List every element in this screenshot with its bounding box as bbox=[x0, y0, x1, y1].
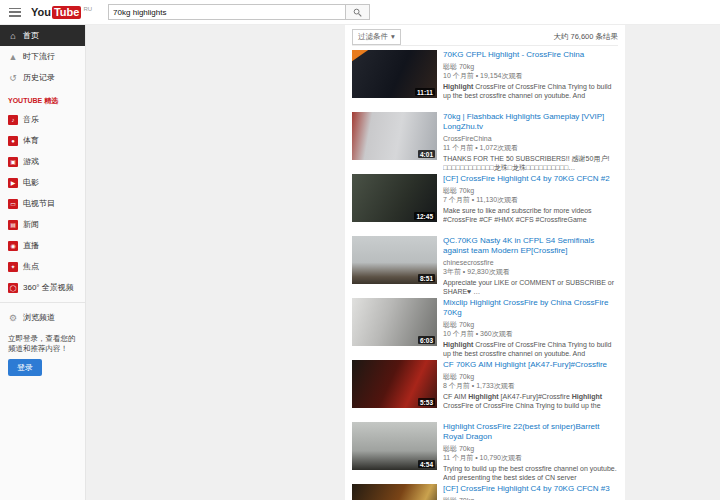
logo-you-text: You bbox=[31, 6, 51, 19]
video-result-row: 12:45 [CF] CrossFire Highlight C4 by 70K… bbox=[352, 174, 618, 222]
video-title-link[interactable]: 70kg | Flashback Highlights Gameplay [VV… bbox=[443, 112, 618, 132]
results-header: 过滤条件 ▾ 大约 76,600 条结果 bbox=[352, 28, 618, 46]
video-result-row: 8:51 QC.70KG Nasty 4K in CFPL S4 Semifin… bbox=[352, 236, 618, 284]
video-title-link[interactable]: CF 70KG AIM Highlight [AK47-Fury]#Crossf… bbox=[443, 360, 618, 370]
search-input[interactable] bbox=[108, 4, 346, 20]
sidebar-item-sports[interactable]: ● 体育 bbox=[0, 130, 85, 151]
sidebar-item-label: 360° 全景视频 bbox=[23, 282, 74, 293]
duration-badge: 8:51 bbox=[418, 274, 435, 282]
sidebar-item-label: 游戏 bbox=[23, 156, 39, 167]
duration-badge: 6:03 bbox=[418, 336, 435, 344]
video-description: CF AIM Highlight [AK47-Fury]#Crossfire H… bbox=[443, 392, 618, 410]
home-icon: ⌂ bbox=[8, 31, 18, 41]
filter-button[interactable]: 过滤条件 ▾ bbox=[352, 29, 401, 45]
sidebar-item-label: 音乐 bbox=[23, 114, 39, 125]
search-bar bbox=[108, 4, 370, 20]
video-meta: 10 个月前 • 360次观看 bbox=[443, 329, 618, 338]
channel-link[interactable]: 聪聪 70kg bbox=[443, 62, 618, 71]
video-result-row: 11:11 70KG CFPL Highlight - CrossFire Ch… bbox=[352, 50, 618, 98]
sidebar-item-trending[interactable]: ▲ 时下流行 bbox=[0, 46, 85, 67]
sidebar-item-news[interactable]: ▤ 新闻 bbox=[0, 214, 85, 235]
sidebar-item-music[interactable]: ♪ 音乐 bbox=[0, 109, 85, 130]
video-result-row: 4:01 70kg | Flashback Highlights Gamepla… bbox=[352, 112, 618, 160]
video-result-row: 6:03 Mixclip Highlight CrossFire by Chin… bbox=[352, 298, 618, 346]
tv-shows-icon: ▭ bbox=[8, 199, 18, 209]
region-badge: RU bbox=[83, 6, 92, 13]
video-title-link[interactable]: 70KG CFPL Highlight - CrossFire China bbox=[443, 50, 618, 60]
sidebar-item-label: 首页 bbox=[23, 30, 39, 41]
video-description: Trying to build up the best crossfire ch… bbox=[443, 464, 618, 482]
video-description: Appreciate your LIKE or COMMENT or SUBSC… bbox=[443, 278, 618, 296]
browse-channels-icon: ⚙ bbox=[8, 313, 18, 323]
video-result-row: 4:54 Highlight CrossFire 22(best of snip… bbox=[352, 422, 618, 470]
video-description: Highlight CrossFire of CrossFire China T… bbox=[443, 340, 618, 358]
sidebar-item-360-video[interactable]: ◯ 360° 全景视频 bbox=[0, 277, 85, 298]
video-description: THANKS FOR THE 50 SUBSCRIBERS!! 感谢50用户! … bbox=[443, 154, 618, 172]
duration-badge: 4:54 bbox=[418, 460, 435, 468]
top-bar: You Tube RU bbox=[0, 0, 720, 25]
sidebar-item-label: 直播 bbox=[23, 240, 39, 251]
sidebar-item-label: 新闻 bbox=[23, 219, 39, 230]
logo-tube-text: Tube bbox=[52, 6, 81, 19]
sidebar-item-browse-channels[interactable]: ⚙ 浏览频道 bbox=[0, 307, 85, 328]
sidebar-item-spotlight[interactable]: ✦ 焦点 bbox=[0, 256, 85, 277]
signin-promo-text: 立即登录，查看您的频道和推荐内容！ bbox=[0, 328, 85, 359]
video-result-row: 5:53 CF 70KG AIM Highlight [AK47-Fury]#C… bbox=[352, 360, 618, 408]
channel-link[interactable]: CrossFireChina bbox=[443, 134, 618, 143]
movies-icon: ▶ bbox=[8, 178, 18, 188]
best-of-youtube-heading: YOUTUBE 精选 bbox=[0, 88, 85, 109]
video-title-link[interactable]: [CF] CrossFire Highlight C4 by 70KG CFCN… bbox=[443, 484, 618, 494]
sidebar-item-label: 时下流行 bbox=[23, 51, 55, 62]
sidebar-divider bbox=[0, 302, 85, 303]
video-thumbnail[interactable]: 8:51 bbox=[352, 236, 437, 284]
news-icon: ▤ bbox=[8, 220, 18, 230]
channel-link[interactable]: 聪聪 70kg bbox=[443, 320, 618, 329]
live-icon: ◉ bbox=[8, 241, 18, 251]
video-thumbnail[interactable]: 12:45 bbox=[352, 174, 437, 222]
sidebar: ⌂ 首页 ▲ 时下流行 ↺ 历史记录 YOUTUBE 精选 ♪ 音乐 ● 体育 … bbox=[0, 25, 86, 500]
video-thumbnail[interactable]: 5:53 bbox=[352, 360, 437, 408]
video-thumbnail[interactable] bbox=[352, 484, 437, 500]
video-meta: 10 个月前 • 19,154次观看 bbox=[443, 71, 618, 80]
search-button[interactable] bbox=[346, 4, 370, 20]
sidebar-item-home[interactable]: ⌂ 首页 bbox=[0, 25, 85, 46]
duration-badge: 11:11 bbox=[415, 88, 435, 96]
360-video-icon: ◯ bbox=[8, 283, 18, 293]
sidebar-item-movies[interactable]: ▶ 电影 bbox=[0, 172, 85, 193]
sidebar-item-gaming[interactable]: ▣ 游戏 bbox=[0, 151, 85, 172]
channel-link[interactable]: 聪聪 70kg bbox=[443, 444, 618, 453]
sidebar-item-live[interactable]: ◉ 直播 bbox=[0, 235, 85, 256]
channel-link[interactable]: 聪聪 70kg bbox=[443, 496, 618, 500]
video-description: Highlight CrossFire of CrossFire China T… bbox=[443, 82, 618, 100]
sidebar-item-tv-shows[interactable]: ▭ 电视节目 bbox=[0, 193, 85, 214]
video-title-link[interactable]: Highlight CrossFire 22(best of sniper)Ba… bbox=[443, 422, 618, 442]
youtube-logo[interactable]: You Tube RU bbox=[31, 6, 92, 19]
menu-icon[interactable] bbox=[9, 8, 21, 17]
video-meta: 3年前 • 92,830次观看 bbox=[443, 267, 618, 276]
results-count: 大约 76,600 条结果 bbox=[553, 32, 618, 42]
video-meta: 8 个月前 • 1,733次观看 bbox=[443, 381, 618, 390]
video-thumbnail[interactable]: 4:54 bbox=[352, 422, 437, 470]
gaming-icon: ▣ bbox=[8, 157, 18, 167]
search-results: 过滤条件 ▾ 大约 76,600 条结果 11:11 70KG CFPL Hig… bbox=[345, 25, 625, 500]
video-title-link[interactable]: QC.70KG Nasty 4K in CFPL S4 Semifinals a… bbox=[443, 236, 618, 256]
sidebar-item-label: 历史记录 bbox=[23, 72, 55, 83]
signin-button[interactable]: 登录 bbox=[8, 359, 42, 376]
duration-badge: 4:01 bbox=[418, 150, 435, 158]
video-thumbnail[interactable]: 11:11 bbox=[352, 50, 437, 98]
sidebar-item-label: 电视节目 bbox=[23, 198, 55, 209]
sidebar-item-label: 电影 bbox=[23, 177, 39, 188]
video-title-link[interactable]: [CF] CrossFire Highlight C4 by 70KG CFCN… bbox=[443, 174, 618, 184]
video-thumbnail[interactable]: 4:01 bbox=[352, 112, 437, 160]
channel-link[interactable]: 聪聪 70kg bbox=[443, 186, 618, 195]
video-meta: 11 个月前 • 1,072次观看 bbox=[443, 143, 618, 152]
video-thumbnail[interactable]: 6:03 bbox=[352, 298, 437, 346]
channel-link[interactable]: chinesecrossfire bbox=[443, 258, 618, 267]
trending-icon: ▲ bbox=[8, 52, 18, 62]
channel-link[interactable]: 聪聪 70kg bbox=[443, 372, 618, 381]
video-title-link[interactable]: Mixclip Highlight CrossFire by China Cro… bbox=[443, 298, 618, 318]
video-description: Make sure to like and subscribe for more… bbox=[443, 206, 618, 224]
duration-badge: 12:45 bbox=[414, 212, 435, 220]
sidebar-item-history[interactable]: ↺ 历史记录 bbox=[0, 67, 85, 88]
spotlight-icon: ✦ bbox=[8, 262, 18, 272]
